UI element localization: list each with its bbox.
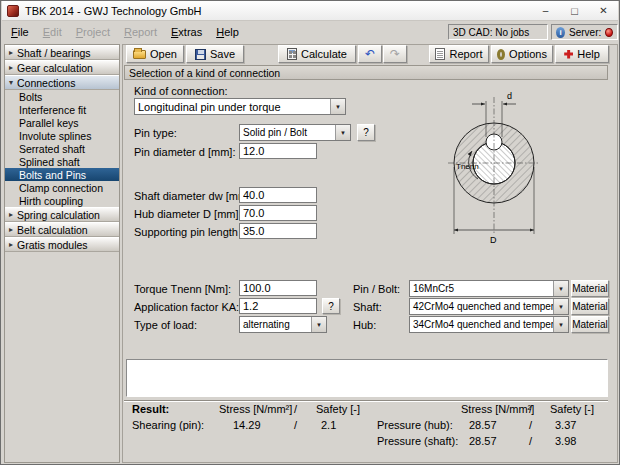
- pin-material-value: 16MnCr5: [410, 281, 553, 296]
- sidebar-item-involute-splines[interactable]: Involute splines: [5, 129, 119, 142]
- menu-bar: File Edit Project Report Extras Help 3D …: [2, 22, 618, 42]
- hub-material-select[interactable]: 34CrMo4 quenched and tempered: [409, 316, 569, 333]
- result-pressure-hub-label: Pressure (hub):: [377, 419, 453, 431]
- result-pressure-shaft-label: Pressure (shaft):: [377, 435, 458, 447]
- hub-diameter-input[interactable]: [239, 205, 317, 221]
- result-stress-header-left: Stress [N/mm²]: [219, 403, 292, 415]
- server-status-dot-icon: [605, 28, 613, 37]
- pin-diameter-input[interactable]: [239, 143, 317, 159]
- load-type-select[interactable]: alternating: [239, 316, 327, 333]
- info-icon[interactable]: [556, 27, 565, 38]
- result-divider: /: [529, 403, 532, 415]
- sidebar-section-label: Connections: [17, 77, 75, 89]
- pin-material-select[interactable]: 16MnCr5: [409, 280, 569, 297]
- result-pressure-hub-stress: 28.57: [469, 419, 497, 431]
- chevron-down-icon[interactable]: [553, 299, 568, 314]
- server-status: Server:: [551, 24, 618, 40]
- sidebar: Shaft / bearings Gear calculation Connec…: [4, 44, 120, 463]
- pin-material-label: Pin / Bolt:: [353, 283, 400, 295]
- menu-file[interactable]: File: [4, 24, 36, 40]
- torque-input[interactable]: [239, 280, 317, 296]
- result-pressure-shaft-stress: 28.57: [469, 435, 497, 447]
- menu-edit[interactable]: Edit: [36, 24, 69, 40]
- result-stress-header-right: Stress [N/mm²]: [461, 403, 534, 415]
- pin-type-value: Solid pin / Bolt: [240, 125, 335, 140]
- sidebar-section-label: Gear calculation: [17, 62, 93, 74]
- menu-project[interactable]: Project: [69, 24, 117, 40]
- app-window: TBK 2014 - GWJ Technology GmbH File Edit…: [0, 0, 620, 465]
- shaft-material-select[interactable]: 42CrMo4 quenched and tempered: [409, 298, 569, 315]
- sidebar-section-label: Gratis modules: [17, 239, 88, 251]
- close-button[interactable]: [589, 1, 618, 20]
- chevron-down-icon[interactable]: [311, 317, 326, 332]
- diagram-D-label: D: [490, 235, 497, 245]
- shaft-material-label: Shaft:: [353, 301, 382, 313]
- result-separator: [124, 400, 608, 402]
- result-shearing-label: Shearing (pin):: [132, 419, 204, 431]
- sidebar-item-bolts-and-pins[interactable]: Bolts and Pins: [5, 168, 119, 181]
- chevron-down-icon: [9, 79, 13, 87]
- menu-help[interactable]: Help: [209, 24, 246, 40]
- chevron-down-icon[interactable]: [553, 281, 568, 296]
- chevron-down-icon[interactable]: [553, 317, 568, 332]
- minimize-button[interactable]: [531, 1, 560, 20]
- load-type-value: alternating: [240, 317, 311, 332]
- result-title: Result:: [132, 403, 169, 415]
- menu-extras[interactable]: Extras: [164, 24, 209, 40]
- result-pressure-shaft-safety: 3.98: [555, 435, 576, 447]
- sidebar-item-splined-shaft[interactable]: Splined shaft: [5, 155, 119, 168]
- result-shearing-stress: 14.29: [233, 419, 261, 431]
- sidebar-item-parallel-keys[interactable]: Parallel keys: [5, 116, 119, 129]
- message-box: [126, 359, 608, 397]
- sidebar-item-clamp-connection[interactable]: Clamp connection: [5, 181, 119, 194]
- pin-type-select[interactable]: Solid pin / Bolt: [239, 124, 351, 141]
- torque-label: Torque Tnenn [Nm]:: [134, 283, 231, 295]
- hub-material-label: Hub:: [353, 319, 376, 331]
- sidebar-item-serrated-shaft[interactable]: Serrated shaft: [5, 142, 119, 155]
- hub-material-value: 34CrMo4 quenched and tempered: [410, 317, 553, 332]
- chevron-down-icon[interactable]: [330, 99, 345, 114]
- hub-diameter-label: Hub diameter D [mm]:: [134, 208, 242, 220]
- pin-diameter-label: Pin diameter d [mm]:: [134, 146, 235, 158]
- chevron-down-icon[interactable]: [335, 125, 350, 140]
- pin-connection-diagram: d D Tnenn: [426, 87, 566, 247]
- chevron-right-icon: [9, 226, 13, 234]
- sidebar-section-belt-calculation[interactable]: Belt calculation: [5, 222, 119, 237]
- pin-material-button[interactable]: Material: [571, 280, 609, 297]
- result-divider: /: [294, 419, 297, 431]
- sidebar-item-bolts[interactable]: Bolts: [5, 90, 119, 103]
- shaft-material-button[interactable]: Material: [571, 298, 609, 315]
- result-safety-header-left: Safety [-]: [316, 403, 360, 415]
- sidebar-item-hirth-coupling[interactable]: Hirth coupling: [5, 194, 119, 207]
- menu-report[interactable]: Report: [117, 24, 164, 40]
- maximize-button[interactable]: [560, 1, 589, 20]
- sidebar-section-spring-calculation[interactable]: Spring calculation: [5, 207, 119, 222]
- pin-length-input[interactable]: [239, 223, 317, 239]
- result-shearing-safety: 2.1: [321, 419, 336, 431]
- chevron-right-icon: [9, 49, 13, 57]
- diagram-torque-label: Tnenn: [456, 162, 479, 171]
- result-safety-header-right: Safety [-]: [550, 403, 594, 415]
- kind-of-connection-label: Kind of connection:: [134, 85, 228, 97]
- result-pressure-hub-safety: 3.37: [555, 419, 576, 431]
- sidebar-section-shaft-bearings[interactable]: Shaft / bearings: [5, 45, 119, 60]
- kind-of-connection-value: Longitudinal pin under torque: [135, 99, 330, 114]
- application-factor-input[interactable]: [239, 298, 317, 314]
- result-divider: /: [529, 435, 532, 447]
- hub-material-button[interactable]: Material: [571, 316, 609, 333]
- cad-status: 3D CAD: No jobs: [448, 24, 548, 40]
- pin-type-label: Pin type:: [134, 127, 177, 139]
- shaft-diameter-label: Shaft diameter dw [mm]:: [134, 190, 253, 202]
- application-factor-help-button[interactable]: ?: [322, 298, 340, 314]
- sidebar-section-label: Shaft / bearings: [17, 47, 91, 59]
- result-divider: /: [529, 419, 532, 431]
- load-type-label: Type of load:: [134, 319, 197, 331]
- kind-of-connection-select[interactable]: Longitudinal pin under torque: [134, 98, 346, 115]
- shaft-diameter-input[interactable]: [239, 187, 317, 203]
- sidebar-section-gratis-modules[interactable]: Gratis modules: [5, 237, 119, 252]
- sidebar-section-connections[interactable]: Connections: [5, 75, 119, 90]
- sidebar-section-gear-calculation[interactable]: Gear calculation: [5, 60, 119, 75]
- pin-type-help-button[interactable]: ?: [357, 124, 375, 141]
- sidebar-item-interference-fit[interactable]: Interference fit: [5, 103, 119, 116]
- title-bar: TBK 2014 - GWJ Technology GmbH: [2, 1, 618, 21]
